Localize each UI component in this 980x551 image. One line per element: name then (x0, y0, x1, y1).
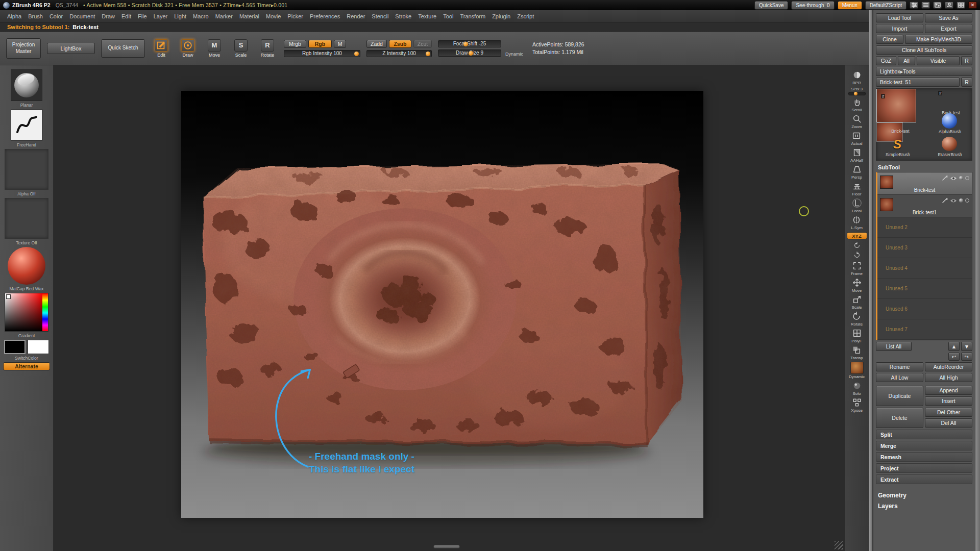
edit-mode-button[interactable]: Edit (151, 39, 172, 58)
zsub-button[interactable]: Zsub (389, 40, 411, 48)
menu-brush[interactable]: Brush (28, 13, 43, 19)
del-other-button[interactable]: Del Other (925, 408, 972, 417)
ring-icon[interactable] (965, 176, 969, 180)
move-mode-button[interactable]: M Move (204, 39, 225, 58)
spix-slider[interactable]: SPix 3 (848, 86, 866, 96)
persp-button[interactable]: Persp (851, 164, 863, 180)
move-button[interactable]: Move (851, 277, 863, 293)
secondary-color-swatch[interactable] (28, 340, 49, 354)
aahalf-button[interactable]: AAHalf (850, 147, 863, 163)
menu-material[interactable]: Material (239, 13, 259, 19)
autoreorder-button[interactable]: AutoReorder (925, 362, 972, 371)
merge-section[interactable]: Merge (876, 441, 972, 450)
project-section[interactable]: Project (876, 463, 972, 473)
user-icon[interactable] (945, 2, 953, 9)
rotate-button[interactable]: Rotate (851, 311, 863, 327)
scale-mode-button[interactable]: S Scale (231, 39, 251, 58)
duplicate-button[interactable]: Duplicate (876, 386, 923, 406)
actual-button[interactable]: Actual (851, 130, 862, 146)
polyf-button[interactable]: PolyF (851, 328, 863, 344)
quick-sketch-button[interactable]: Quick Sketch (101, 39, 145, 58)
eye-icon[interactable] (950, 176, 957, 181)
export-button[interactable]: Export (925, 24, 972, 33)
color-picker[interactable] (5, 293, 48, 332)
eraserbrush-thumb[interactable] (942, 137, 957, 151)
brush-thumbnail[interactable] (11, 69, 42, 101)
stroke-thumbnail[interactable] (11, 109, 42, 141)
zoom-button[interactable]: Zoom (851, 113, 863, 130)
menu-macro[interactable]: Macro (193, 13, 209, 19)
sliders-icon[interactable] (910, 2, 918, 9)
menu-light[interactable]: Light (174, 13, 186, 19)
grid-icon[interactable] (957, 2, 965, 9)
menu-alpha[interactable]: Alpha (7, 13, 21, 19)
frame-button[interactable]: Frame (851, 260, 863, 277)
menu-draw[interactable]: Draw (102, 13, 115, 19)
subtool-down-button[interactable]: ▼ (961, 342, 972, 351)
menu-stroke[interactable]: Stroke (395, 13, 411, 19)
floor-button[interactable]: Floor (851, 181, 863, 197)
subtool-item[interactable]: Brick-test1 (877, 195, 972, 217)
subtool-item[interactable]: Brick-test (877, 172, 972, 195)
list-all-button[interactable]: List All (876, 342, 912, 351)
scroll-button[interactable]: Scroll (851, 96, 863, 113)
menu-tool[interactable]: Tool (443, 13, 453, 19)
palette-icon[interactable] (933, 2, 942, 9)
extract-section[interactable]: Extract (876, 474, 972, 484)
goz-r-button[interactable]: R (961, 56, 972, 65)
ring-icon[interactable] (965, 198, 969, 203)
zadd-button[interactable]: Zadd (366, 40, 387, 48)
goz-visible-button[interactable]: Visible (917, 56, 960, 65)
load-tool-button[interactable]: Load Tool (876, 13, 923, 22)
alternate-button[interactable]: Alternate (3, 362, 50, 370)
xyz-button[interactable]: XYZ (847, 232, 867, 239)
projection-master-button[interactable]: Projection Master (6, 38, 41, 59)
split-section[interactable]: Split (876, 430, 972, 439)
subtool-item[interactable]: Unused 7 (877, 319, 972, 340)
tray-divider-scrollbar[interactable] (869, 10, 873, 551)
solo-button[interactable]: Solo (851, 380, 863, 396)
rename-button[interactable]: Rename (876, 362, 923, 371)
spix-track[interactable] (848, 92, 866, 95)
menu-texture[interactable]: Texture (418, 13, 436, 19)
goz-all-button[interactable]: All (898, 56, 915, 65)
subtool-up-button[interactable]: ▲ (948, 342, 960, 351)
slider-knob[interactable] (354, 52, 359, 56)
spin-left-button[interactable] (852, 241, 862, 250)
menu-transform[interactable]: Transform (460, 13, 485, 19)
rgb-button[interactable]: Rgb (308, 40, 332, 48)
subtool-item[interactable]: Unused 4 (877, 258, 972, 279)
subtool-item[interactable]: Unused 6 (877, 299, 972, 319)
del-all-button[interactable]: Del All (925, 418, 972, 428)
close-icon[interactable]: ✕ (968, 2, 977, 9)
all-high-button[interactable]: All High (925, 373, 972, 382)
slider-knob[interactable] (854, 92, 857, 95)
see-through-button[interactable]: See-through 0 (791, 1, 834, 10)
draw-mode-button[interactable]: Draw (178, 39, 198, 58)
layers-section[interactable]: Layers (876, 500, 972, 510)
horizontal-scroll-handle[interactable] (433, 545, 460, 548)
subtool-item[interactable]: Unused 5 (877, 279, 972, 299)
sliders-icon[interactable] (921, 2, 930, 9)
menu-document[interactable]: Document (69, 13, 95, 19)
menu-layer[interactable]: Layer (154, 13, 168, 19)
menu-picker[interactable]: Picker (287, 13, 303, 19)
resize-grip-icon[interactable] (835, 541, 843, 549)
import-button[interactable]: Import (876, 24, 923, 33)
menu-zplugin[interactable]: Zplugin (492, 13, 510, 19)
brick-model[interactable] (181, 91, 703, 518)
menu-color[interactable]: Color (50, 13, 63, 19)
saturation-value-square[interactable] (5, 293, 42, 331)
zbrush-document[interactable]: - Freehand mask only - This is flat like… (181, 91, 703, 518)
clone-button[interactable]: Clone (876, 35, 903, 44)
lightbox-tools-button[interactable]: Lightbox▸Tools (876, 67, 972, 76)
m-button[interactable]: M (334, 40, 346, 48)
dynamic-persp-button[interactable]: Dynamic (849, 361, 865, 380)
texture-thumbnail[interactable] (5, 198, 48, 239)
rgb-intensity-slider[interactable]: Rgb Intensity 100 (284, 50, 360, 57)
bpr-button[interactable]: BPR (851, 69, 863, 86)
menu-stencil[interactable]: Stencil (372, 13, 388, 19)
subtool-undo-button[interactable]: ↩ (948, 353, 960, 361)
simplebrush-thumb[interactable]: S (890, 138, 905, 151)
material-thumbnail[interactable] (8, 247, 45, 285)
